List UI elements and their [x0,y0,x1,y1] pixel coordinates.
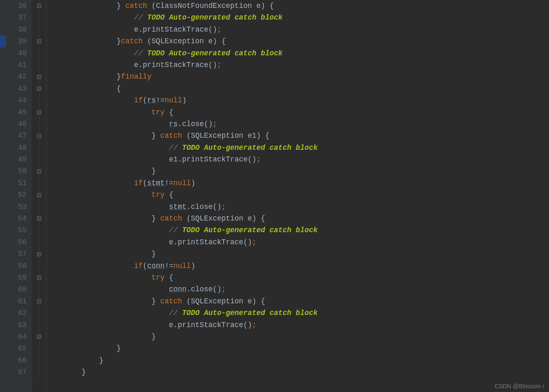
code-line[interactable]: } [47,342,549,354]
breakpoint-slot[interactable] [0,165,6,177]
code-line[interactable]: // TODO Auto-generated catch block [47,12,549,23]
line-number[interactable]: 37 [6,12,27,23]
line-number[interactable]: 36 [6,0,27,12]
line-number-gutter[interactable]: 3637383940414243444546474849505152535455… [6,0,32,392]
code-line[interactable]: e.printStackTrace(); [47,24,549,35]
code-line[interactable]: e1.printStackTrace(); [47,154,549,165]
breakpoint-slot[interactable] [0,248,6,260]
code-line[interactable]: conn.close(); [47,283,549,295]
line-number[interactable]: 65 [6,342,27,354]
line-number[interactable]: 56 [6,236,27,248]
fold-toggle-icon[interactable] [37,193,41,197]
line-number[interactable]: 49 [6,154,27,165]
line-number[interactable]: 63 [6,319,27,331]
code-line[interactable]: } [47,165,549,177]
breakpoint-slot[interactable] [0,0,6,12]
line-number[interactable]: 59 [6,272,27,283]
breakpoint-slot[interactable] [0,71,6,82]
line-number[interactable]: 46 [6,118,27,130]
fold-toggle-icon[interactable] [37,39,41,43]
line-number[interactable]: 48 [6,142,27,154]
breakpoint-slot[interactable] [0,142,6,154]
line-number[interactable]: 42 [6,71,27,82]
breakpoint-slot[interactable] [0,24,6,35]
code-line[interactable]: if(conn!=null) [47,260,549,272]
line-number[interactable]: 53 [6,201,27,213]
breakpoint-slot[interactable] [0,107,6,118]
fold-gutter[interactable] [32,0,47,392]
code-line[interactable]: e.printStackTrace(); [47,319,549,331]
breakpoint-slot[interactable] [0,189,6,201]
fold-toggle-icon[interactable] [37,87,41,91]
fold-toggle-icon[interactable] [37,275,41,280]
breakpoint-slot[interactable] [0,355,6,366]
code-line[interactable]: stmt.close(); [47,201,549,213]
fold-toggle-icon[interactable] [37,75,41,79]
line-number[interactable]: 51 [6,177,27,189]
code-line[interactable]: rs.close(); [47,118,549,130]
breakpoint-slot[interactable] [0,130,6,141]
fold-toggle-icon[interactable] [37,134,41,138]
breakpoint-slot[interactable] [0,260,6,272]
line-number[interactable]: 54 [6,213,27,224]
code-line[interactable]: } [47,248,549,260]
fold-toggle-icon[interactable] [37,335,41,339]
code-line[interactable]: if(stmt!=null) [47,177,549,189]
line-number[interactable]: 67 [6,366,27,378]
line-number[interactable]: 38 [6,24,27,35]
line-number[interactable]: 43 [6,83,27,94]
line-number[interactable]: 45 [6,107,27,118]
line-number[interactable]: 58 [6,260,27,272]
breakpoint-slot[interactable] [0,272,6,283]
code-line[interactable]: // TODO Auto-generated catch block [47,47,549,59]
code-line[interactable]: }catch (SQLException e) { [47,35,549,47]
line-number[interactable]: 62 [6,307,27,319]
breakpoint-slot[interactable] [0,83,6,94]
code-line[interactable]: { [47,83,549,94]
line-number[interactable]: 52 [6,189,27,201]
code-line[interactable]: } [47,331,549,342]
line-number[interactable]: 55 [6,224,27,236]
line-number[interactable]: 39 [6,35,27,47]
line-number[interactable]: 50 [6,165,27,177]
code-line[interactable]: } [47,355,549,366]
fold-toggle-icon[interactable] [37,252,41,256]
code-line[interactable]: if(rs!=null) [47,94,549,106]
code-line[interactable]: try { [47,189,549,201]
breakpoint-slot[interactable] [0,94,6,106]
code-line[interactable]: } [47,366,549,378]
code-line[interactable]: e.printStackTrace(); [47,236,549,248]
code-line[interactable]: } catch (SQLException e) { [47,213,549,224]
breakpoint-slot[interactable] [0,331,6,342]
breakpoint-slot[interactable] [0,47,6,59]
breakpoint-slot[interactable] [0,177,6,189]
breakpoint-slot[interactable] [0,342,6,354]
breakpoint-slot[interactable] [0,224,6,236]
line-number[interactable]: 60 [6,283,27,295]
code-line[interactable]: } catch (SQLException e1) { [47,130,549,141]
breakpoint-slot[interactable] [0,213,6,224]
code-line[interactable]: // TODO Auto-generated catch block [47,142,549,154]
line-number[interactable]: 66 [6,355,27,366]
breakpoint-strip[interactable] [0,0,6,392]
code-line[interactable]: try { [47,107,549,118]
breakpoint-slot[interactable] [0,319,6,331]
line-number[interactable]: 44 [6,94,27,106]
breakpoint-slot[interactable] [0,154,6,165]
fold-toggle-icon[interactable] [37,110,41,114]
code-editor[interactable]: 3637383940414243444546474849505152535455… [0,0,549,392]
breakpoint-slot[interactable] [0,59,6,71]
breakpoint-slot[interactable] [0,295,6,307]
breakpoint-slot[interactable] [0,35,6,47]
breakpoint-slot[interactable] [0,307,6,319]
fold-toggle-icon[interactable] [37,216,41,221]
fold-toggle-icon[interactable] [37,4,41,8]
breakpoint-slot[interactable] [0,283,6,295]
code-line[interactable]: }finally [47,71,549,82]
code-line[interactable]: // TODO Auto-generated catch block [47,307,549,319]
breakpoint-slot[interactable] [0,366,6,378]
breakpoint-slot[interactable] [0,236,6,248]
line-number[interactable]: 57 [6,248,27,260]
code-line[interactable]: } catch (ClassNotFoundException e) { [47,0,549,12]
code-line[interactable]: try { [47,272,549,283]
